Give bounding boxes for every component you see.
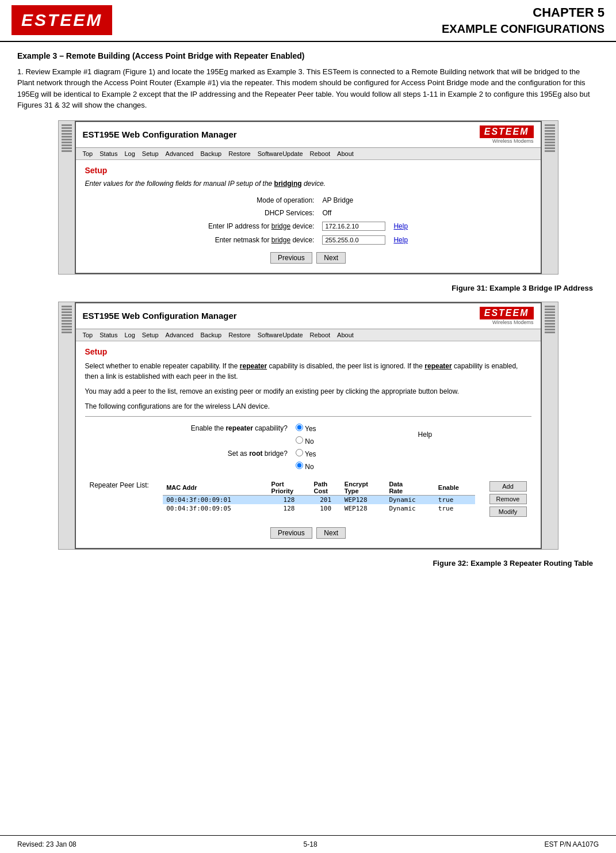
footer-part-num: EST P/N AA107G bbox=[544, 840, 599, 848]
bridging-bold: bridging bbox=[274, 180, 302, 188]
col-port-32: PortPriority bbox=[268, 480, 311, 496]
wcm-menubar-32: Top Status Log Setup Advanced Backup Res… bbox=[76, 329, 541, 341]
menu-status-32[interactable]: Status bbox=[96, 330, 121, 340]
menu-advanced-32[interactable]: Advanced bbox=[162, 330, 197, 340]
menu-log-31[interactable]: Log bbox=[121, 149, 138, 158]
menu-setup-31[interactable]: Setup bbox=[139, 149, 162, 158]
root-yes-cell-32: Yes bbox=[292, 448, 414, 459]
no-label-32: No bbox=[305, 437, 313, 445]
menu-softwareupdate-31[interactable]: SoftwareUpdate bbox=[254, 149, 307, 158]
help-link-repeater-32[interactable]: Help bbox=[418, 431, 433, 439]
next-button-31[interactable]: Next bbox=[316, 252, 346, 264]
ip-input-31[interactable] bbox=[322, 222, 385, 231]
peer1-path-32: 201 bbox=[311, 495, 341, 504]
peer2-port-32: 128 bbox=[268, 504, 311, 513]
peer-row-2-32: 00:04:3f:00:09:05 128 100 WEP128 Dynamic… bbox=[163, 504, 475, 513]
col-enable-32: Enable bbox=[435, 480, 475, 496]
menu-reboot-31[interactable]: Reboot bbox=[307, 149, 334, 158]
peer1-encrypt-32: WEP128 bbox=[341, 495, 386, 504]
enable-yes-radio-32[interactable] bbox=[296, 424, 303, 431]
peer1-rate-32: Dynamic bbox=[385, 495, 434, 504]
menu-log-32[interactable]: Log bbox=[121, 330, 138, 340]
enable-yes-cell-32: Yes bbox=[292, 422, 414, 434]
section-title: Example 3 – Remote Building (Access Poin… bbox=[17, 51, 599, 60]
figure-32-right-decoration bbox=[542, 302, 558, 549]
repeater-table-wrap-32: MAC Addr PortPriority PathCost EncryptTy… bbox=[155, 480, 484, 513]
help-link-ip-31[interactable]: Help bbox=[393, 222, 408, 230]
chapter-subtitle: EXAMPLE CONFIGURATIONS bbox=[442, 21, 604, 36]
menu-about-32[interactable]: About bbox=[334, 330, 357, 340]
page-header: ESTEEM CHAPTER 5 EXAMPLE CONFIGURATIONS bbox=[0, 0, 616, 42]
root-yes-radio-32[interactable] bbox=[296, 449, 303, 456]
mask-label-31: Enter netmask for bridge device: bbox=[205, 234, 318, 246]
help-link-mask-31[interactable]: Help bbox=[393, 236, 408, 244]
menu-restore-31[interactable]: Restore bbox=[225, 149, 254, 158]
menu-top-32[interactable]: Top bbox=[79, 330, 97, 340]
root-yes-label-32: Yes bbox=[305, 450, 316, 458]
divider-32 bbox=[85, 416, 531, 417]
remove-button-32[interactable]: Remove bbox=[489, 494, 527, 504]
menu-status-31[interactable]: Status bbox=[96, 149, 121, 158]
menu-softwareupdate-32[interactable]: SoftwareUpdate bbox=[254, 330, 307, 340]
wcm-logo-sub-32: Wireless Modems bbox=[492, 319, 534, 325]
figure-32-container: EST195E Web Configuration Manager ESTEEM… bbox=[58, 302, 558, 550]
wcm-logo-esteem-32: ESTEEM bbox=[480, 307, 534, 319]
peer2-path-32: 100 bbox=[311, 504, 341, 513]
menu-backup-32[interactable]: Backup bbox=[197, 330, 225, 340]
enable-no-cell-32: No bbox=[292, 435, 414, 447]
config-table-31: Mode of operation: AP Bridge DHCP Servic… bbox=[204, 193, 412, 247]
dhcp-label-31: DHCP Services: bbox=[205, 207, 318, 219]
col-mac-32: MAC Addr bbox=[163, 480, 267, 496]
root-no-radio-32[interactable] bbox=[296, 462, 303, 469]
col-path-32: PathCost bbox=[311, 480, 341, 496]
wcm-header-31: EST195E Web Configuration Manager ESTEEM… bbox=[76, 122, 541, 148]
menu-advanced-31[interactable]: Advanced bbox=[162, 149, 197, 158]
peer-table-32: MAC Addr PortPriority PathCost EncryptTy… bbox=[163, 480, 475, 513]
chapter-title: CHAPTER 5 EXAMPLE CONFIGURATIONS bbox=[442, 5, 604, 36]
wcm-logo-32: ESTEEM Wireless Modems bbox=[480, 307, 534, 325]
mode-label-31: Mode of operation: bbox=[205, 195, 318, 206]
yes-label-32: Yes bbox=[305, 425, 316, 433]
setup-text2-32: You may add a peer to the list, remove a… bbox=[85, 386, 531, 397]
wcm-title-32: EST195E Web Configuration Manager bbox=[83, 311, 237, 321]
mode-value-31: AP Bridge bbox=[319, 195, 389, 206]
root-no-label-32: No bbox=[305, 463, 313, 471]
col-encrypt-32: EncryptType bbox=[341, 480, 386, 496]
repeater-peer-label-32: Repeater Peer List: bbox=[90, 480, 149, 489]
figure-left-decoration bbox=[59, 121, 75, 274]
wcm-logo-esteem-31: ESTEEM bbox=[480, 125, 534, 138]
esteem-logo: ESTEEM bbox=[12, 5, 112, 35]
wcm-logo-sub-31: Wireless Modems bbox=[492, 138, 534, 144]
footer-page-num: 5-18 bbox=[304, 840, 317, 848]
chapter-number: CHAPTER 5 bbox=[442, 5, 604, 21]
previous-button-31[interactable]: Previous bbox=[270, 252, 312, 264]
body-paragraph: 1. Review Example #1 diagram (Figure 1) … bbox=[17, 66, 599, 111]
wcm-frame-32: EST195E Web Configuration Manager ESTEEM… bbox=[75, 302, 542, 549]
menu-restore-32[interactable]: Restore bbox=[225, 330, 254, 340]
menu-setup-32[interactable]: Setup bbox=[139, 330, 162, 340]
wcm-menubar-31: Top Status Log Setup Advanced Backup Res… bbox=[76, 148, 541, 160]
btn-row-32: Previous Next bbox=[85, 527, 531, 539]
previous-button-32[interactable]: Previous bbox=[270, 527, 312, 539]
wcm-body-31: Setup Enter values for the following fie… bbox=[76, 160, 541, 273]
main-content: Example 3 – Remote Building (Access Poin… bbox=[0, 42, 616, 585]
figure-31-container: EST195E Web Configuration Manager ESTEEM… bbox=[58, 120, 558, 275]
figure-32-caption: Figure 32: Example 3 Repeater Routing Ta… bbox=[17, 559, 599, 568]
btn-row-31: Previous Next bbox=[85, 252, 531, 264]
menu-about-31[interactable]: About bbox=[334, 149, 357, 158]
peer2-rate-32: Dynamic bbox=[385, 504, 434, 513]
logo-area: ESTEEM bbox=[12, 5, 112, 35]
setup-heading-31: Setup bbox=[85, 166, 531, 175]
menu-top-31[interactable]: Top bbox=[79, 149, 97, 158]
menu-reboot-32[interactable]: Reboot bbox=[307, 330, 334, 340]
peer2-enable-32: true bbox=[435, 504, 475, 513]
modify-button-32[interactable]: Modify bbox=[489, 507, 527, 517]
next-button-32[interactable]: Next bbox=[316, 527, 346, 539]
mask-input-31[interactable] bbox=[322, 235, 385, 245]
peer2-encrypt-32: WEP128 bbox=[341, 504, 386, 513]
add-button-32[interactable]: Add bbox=[489, 481, 527, 492]
enable-no-radio-32[interactable] bbox=[296, 436, 303, 444]
menu-backup-31[interactable]: Backup bbox=[197, 149, 225, 158]
peer-row-1-32: 00:04:3f:00:09:01 128 201 WEP128 Dynamic… bbox=[163, 495, 475, 504]
footer-revised: Revised: 23 Jan 08 bbox=[17, 840, 76, 848]
